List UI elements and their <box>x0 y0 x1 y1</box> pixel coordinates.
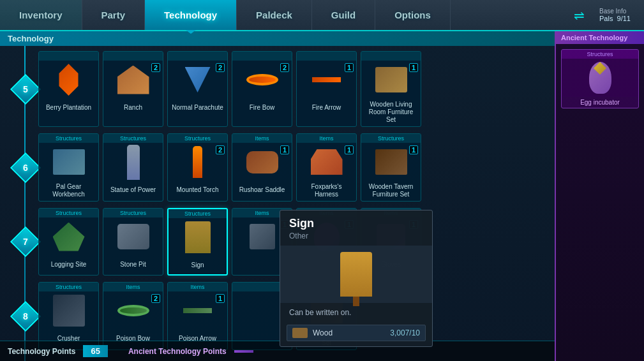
ancient-points-label: Ancient Technology Points <box>121 347 234 356</box>
furniture-icon <box>375 67 407 92</box>
item-egg-incubator[interactable]: Structures Egg incubator <box>561 49 639 108</box>
fire-bow-icon <box>246 74 278 85</box>
item-saddle[interactable]: Items 1 Rushoar Saddle <box>232 133 292 202</box>
poison-arrow-icon <box>183 308 212 313</box>
tooltip-title: Sign <box>280 210 432 232</box>
tech-row-5: 5 Berry Plantation 2 <box>38 51 548 127</box>
item-torch[interactable]: Structures 2 Mounted Torch <box>167 133 228 202</box>
tab-party[interactable]: Party <box>82 0 146 30</box>
ancient-panel-header: Ancient Technology <box>556 31 644 44</box>
tavern-icon <box>375 149 407 175</box>
item-living-room[interactable]: 1 Wooden Living Room Furniture Set <box>361 51 421 127</box>
bottom-bar: Technology Points 65 Ancient Technology … <box>0 341 555 361</box>
item-crusher[interactable]: Structures Crusher <box>38 282 99 350</box>
tech-panel: Technology 5 Berry Plantation <box>0 31 555 361</box>
item-ranch[interactable]: 2 Ranch <box>103 51 163 127</box>
swap-button[interactable]: ⇌ <box>565 0 593 30</box>
item-parachute[interactable]: 2 Normal Parachute <box>167 51 228 127</box>
top-nav: Inventory Party Technology Paldeck Guild… <box>0 0 644 31</box>
logging-icon <box>53 223 85 251</box>
item-sign[interactable]: Structures Sign <box>167 208 228 276</box>
item-stone-pit[interactable]: Structures Stone Pit <box>103 208 163 276</box>
tech-row-6: 6 Structures Pal Gear Workbench Structur… <box>38 133 548 202</box>
item-tavern-set[interactable]: Structures 1 Wooden Tavern Furniture Set <box>361 133 421 202</box>
ancient-items-list: Structures Egg incubator <box>556 44 644 114</box>
wood-icon <box>292 328 308 338</box>
torch-icon <box>193 146 202 178</box>
parachute-icon <box>185 67 211 92</box>
tech-points-value: 65 <box>83 345 107 357</box>
sign-img-container <box>340 252 372 297</box>
crusher-icon <box>53 295 85 327</box>
item-berry-plantation[interactable]: Berry Plantation <box>38 51 99 127</box>
item1-icon <box>250 224 275 249</box>
workbench-icon <box>53 149 85 175</box>
sign-tooltip-icon <box>340 252 372 297</box>
empty-icon <box>250 298 275 323</box>
level-8-diamond: 8 <box>10 300 41 331</box>
statue-icon <box>127 145 140 180</box>
tab-guild[interactable]: Guild <box>312 0 375 30</box>
harness-icon <box>311 149 343 175</box>
poison-bow-icon <box>117 305 149 316</box>
items-row-5: Berry Plantation 2 Ranch 2 <box>38 51 421 127</box>
stone-icon <box>117 224 149 249</box>
fire-arrow-icon <box>312 77 341 82</box>
base-info: Base Info Pals 9/11 <box>593 0 644 30</box>
tab-technology[interactable]: Technology <box>145 0 237 30</box>
item-poison-bow[interactable]: Items 2 Poison Bow <box>103 282 163 350</box>
item-pal-workbench[interactable]: Structures Pal Gear Workbench <box>38 133 99 202</box>
tab-paldeck[interactable]: Paldeck <box>237 0 312 30</box>
tech-points-label: Technology Points <box>0 347 83 356</box>
item-harness[interactable]: Items 1 Foxparks's Harness <box>296 133 357 202</box>
items-row-6: Structures Pal Gear Workbench Structures… <box>38 133 421 202</box>
item-statue[interactable]: Structures Statue of Power <box>103 133 163 202</box>
saddle-icon <box>246 151 278 173</box>
egg-incubator-icon <box>589 62 611 94</box>
tooltip-subtitle: Other <box>280 232 432 246</box>
item-logging[interactable]: Structures Logging Site <box>38 208 99 276</box>
tab-inventory[interactable]: Inventory <box>0 0 82 30</box>
item-poison-arrow[interactable]: Items 1 Poison Arrow <box>167 282 228 350</box>
ancient-panel: Ancient Technology Structures Egg incuba… <box>555 31 644 361</box>
sign-tooltip: Sign Other Can be written on. Wood 3,007… <box>280 210 433 347</box>
ranch-icon <box>117 66 149 94</box>
berry-icon <box>53 64 85 96</box>
ancient-points-value <box>234 350 253 353</box>
egg-incubator-name: Egg incubator <box>562 97 638 108</box>
tooltip-resource-wood: Wood 3,007/10 <box>287 325 426 341</box>
sign-icon <box>185 221 211 253</box>
tech-content: 5 Berry Plantation 2 <box>0 46 555 361</box>
level-5-diamond: 5 <box>10 73 41 104</box>
tab-options[interactable]: Options <box>375 0 451 30</box>
item-fire-bow[interactable]: 2 Fire Bow <box>232 51 292 127</box>
item-fire-arrow[interactable]: 1 Fire Arrow <box>296 51 357 127</box>
resource-name: Wood <box>313 328 385 337</box>
resource-count: 3,007/10 <box>390 328 420 337</box>
tech-panel-header: Technology <box>0 31 555 46</box>
main-area: Technology 5 Berry Plantation <box>0 31 644 361</box>
level-7-diamond: 7 <box>10 226 41 257</box>
tooltip-image <box>280 246 432 303</box>
level-6-diamond: 6 <box>10 152 41 182</box>
